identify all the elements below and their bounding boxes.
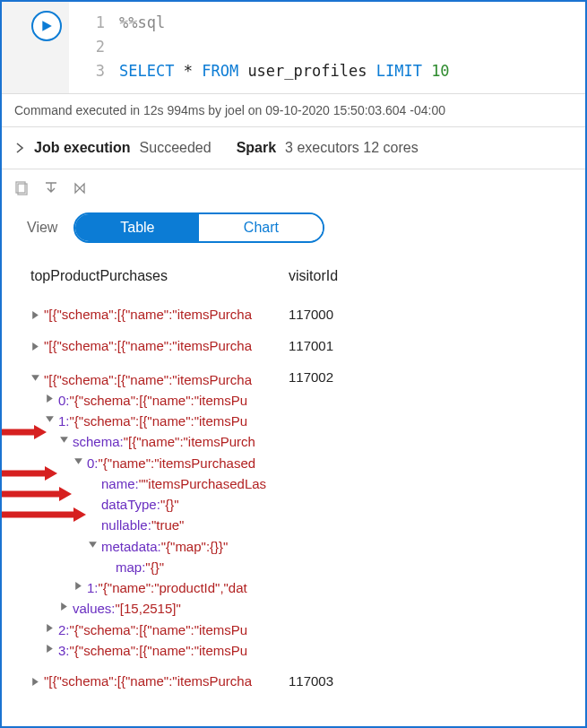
tree-node[interactable]: schema: "[{"name":"itemsPurch (30, 431, 289, 452)
tab-table[interactable]: Table (75, 214, 199, 241)
table-header: topProductPurchases visitorId (30, 257, 569, 299)
expand-down-icon[interactable] (59, 435, 69, 445)
spark-label: Spark (237, 140, 276, 156)
code-editor[interactable]: 1%%sql 2 3SELECT * FROM user_profiles LI… (69, 2, 585, 93)
run-button[interactable] (31, 11, 62, 41)
expand-right-icon[interactable] (45, 394, 55, 403)
tree-node[interactable]: 3: "{"schema":[{"name":"itemsPu (30, 640, 289, 661)
cell-gutter (2, 2, 69, 93)
view-label: View (27, 220, 57, 236)
expand-right-icon[interactable] (45, 644, 55, 654)
clear-icon[interactable] (72, 180, 88, 196)
view-toggle-row: View Table Chart (2, 207, 585, 257)
tab-chart[interactable]: Chart (199, 214, 323, 241)
tree-leaf: map: "{}" (30, 557, 289, 577)
cell-visitorId: 117000 (289, 307, 569, 322)
tree-node[interactable]: metadata: "{"map":{}}" (30, 536, 289, 557)
expand-right-icon[interactable] (30, 342, 40, 351)
tree-node[interactable]: 1: "{"name":"productId","dat (30, 577, 289, 598)
expand-down-icon[interactable] (73, 456, 83, 466)
cell-visitorId: 117003 (289, 673, 569, 689)
result-table: topProductPurchases visitorId "[{"schema… (2, 257, 585, 703)
table-row: "[{"schema":[{"name":"itemsPurcha 117001 (30, 330, 569, 361)
table-row-expanded: "[{"schema":[{"name":"itemsPurcha 0: "{"… (30, 361, 569, 662)
tree-node[interactable]: 0: "{"schema":[{"name":"itemsPu (30, 390, 289, 411)
chevron-right-icon (14, 143, 25, 153)
expand-right-icon[interactable] (30, 310, 40, 320)
expand-right-icon[interactable] (73, 581, 83, 591)
tree-node[interactable]: 1: "{"schema":[{"name":"itemsPu (30, 411, 289, 431)
job-execution-row[interactable]: Job execution Succeeded Spark 3 executor… (2, 126, 585, 169)
code-cell: 1%%sql 2 3SELECT * FROM user_profiles LI… (2, 2, 585, 93)
tree-node[interactable]: values: "[15,2515]" (30, 598, 289, 619)
cell-visitorId: 117002 (289, 369, 569, 662)
cell-visitorId: 117001 (289, 338, 569, 353)
tree-node[interactable]: 2: "{"schema":[{"name":"itemsPu (30, 620, 289, 640)
expand-down-icon[interactable] (30, 373, 40, 383)
expand-right-icon[interactable] (45, 623, 55, 633)
expand-right-icon[interactable] (59, 602, 69, 611)
expand-right-icon[interactable] (30, 677, 40, 687)
col-header-visitorId[interactable]: visitorId (289, 268, 569, 284)
tree-node[interactable]: 0: "{"name":"itemsPurchased (30, 453, 289, 473)
job-state: Succeeded (140, 140, 211, 156)
tree-root[interactable]: "[{"schema":[{"name":"itemsPurcha (30, 369, 289, 390)
cell-json[interactable]: "[{"schema":[{"name":"itemsPurcha (44, 673, 252, 689)
code-text: %%sql (119, 13, 165, 31)
download-icon[interactable] (43, 180, 59, 196)
callout-arrow-icon (2, 465, 57, 483)
result-toolbar (2, 169, 585, 207)
callout-arrow-icon (2, 507, 86, 524)
copy-icon[interactable] (14, 180, 30, 196)
callout-arrow-icon (2, 424, 47, 442)
cell-json[interactable]: "[{"schema":[{"name":"itemsPurcha (44, 338, 252, 353)
callout-arrow-icon (2, 486, 72, 504)
execution-status: Command executed in 12s 994ms by joel on… (2, 93, 585, 126)
cell-json[interactable]: "[{"schema":[{"name":"itemsPurcha (44, 307, 252, 322)
spark-detail: 3 executors 12 cores (285, 140, 419, 156)
col-header-topProductPurchases[interactable]: topProductPurchases (30, 268, 289, 284)
job-label: Job execution (34, 140, 131, 156)
table-row: "[{"schema":[{"name":"itemsPurcha 117000 (30, 299, 569, 330)
view-toggle: Table Chart (73, 212, 324, 243)
play-icon (40, 20, 53, 32)
table-row: "[{"schema":[{"name":"itemsPurcha 117003 (30, 661, 569, 697)
expand-down-icon[interactable] (45, 414, 55, 424)
expand-down-icon[interactable] (88, 540, 98, 550)
